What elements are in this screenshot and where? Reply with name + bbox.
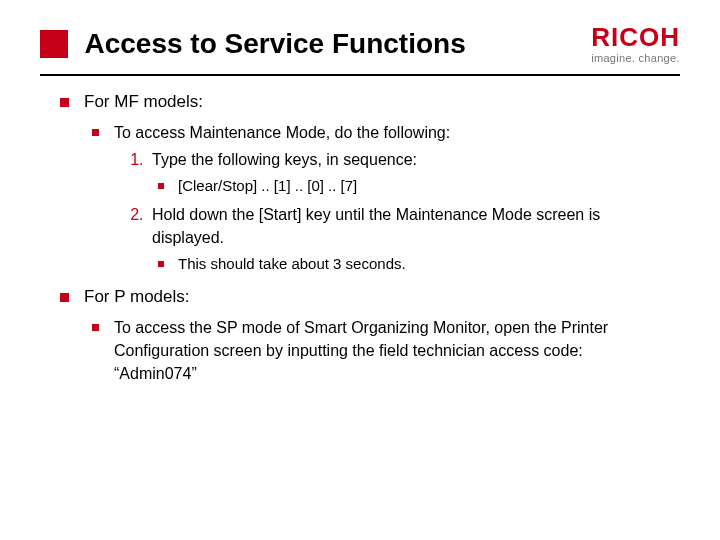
slide: Access to Service Functions RICOH imagin…: [0, 0, 720, 540]
mf-instruction: To access Maintenance Mode, do the follo…: [92, 121, 660, 275]
p-instruction: To access the SP mode of Smart Organizin…: [92, 316, 660, 386]
mf-step-1-label: Type the following keys, in sequence:: [152, 151, 417, 168]
mf-step-2-note-1: This should take about 3 seconds.: [158, 253, 660, 275]
title-square-icon: [40, 30, 68, 58]
slide-title: Access to Service Functions: [84, 28, 465, 60]
slide-header: Access to Service Functions RICOH imagin…: [0, 0, 720, 60]
mf-step-2: Hold down the [Start] key until the Main…: [148, 203, 660, 275]
mf-step-1-note-1: [Clear/Stop] .. [1] .. [0] .. [7]: [158, 175, 660, 197]
brand-logo: RICOH imagine. change.: [591, 24, 680, 64]
mf-step-2-label: Hold down the [Start] key until the Main…: [152, 206, 600, 246]
top-list: For MF models: To access Maintenance Mod…: [60, 90, 660, 385]
slide-body: For MF models: To access Maintenance Mod…: [0, 76, 720, 385]
section-mf-label: For MF models:: [84, 92, 203, 111]
logo-word: RICOH: [591, 24, 680, 50]
mf-steps: Type the following keys, in sequence: [C…: [114, 148, 660, 275]
mf-instruction-label: To access Maintenance Mode, do the follo…: [114, 124, 450, 141]
mf-step-1: Type the following keys, in sequence: [C…: [148, 148, 660, 197]
mf-step-2-notes: This should take about 3 seconds.: [152, 253, 660, 275]
section-p-label: For P models:: [84, 287, 190, 306]
p-sublist: To access the SP mode of Smart Organizin…: [84, 316, 660, 386]
mf-step-1-notes: [Clear/Stop] .. [1] .. [0] .. [7]: [152, 175, 660, 197]
section-mf: For MF models: To access Maintenance Mod…: [60, 90, 660, 275]
mf-sublist: To access Maintenance Mode, do the follo…: [84, 121, 660, 275]
section-p: For P models: To access the SP mode of S…: [60, 285, 660, 385]
logo-tagline: imagine. change.: [591, 52, 680, 64]
